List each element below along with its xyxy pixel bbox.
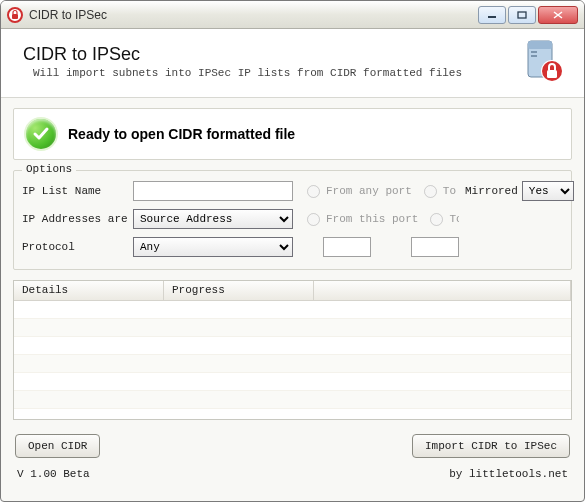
status-message: Ready to open CIDR formatted file (68, 126, 295, 142)
version-label: V 1.00 Beta (17, 468, 90, 480)
svg-rect-7 (531, 55, 537, 57)
status-bar: Ready to open CIDR formatted file (13, 108, 572, 160)
window-title: CIDR to IPSec (29, 8, 478, 22)
app-window: CIDR to IPSec CIDR to IPSec Will import … (0, 0, 585, 502)
table-row (14, 391, 571, 409)
ip-addresses-select[interactable]: Source Address (133, 209, 293, 229)
ip-list-name-label: IP List Name (22, 185, 127, 197)
table-row (14, 355, 571, 373)
table-row (14, 319, 571, 337)
page-title: CIDR to IPSec (23, 44, 520, 65)
svg-rect-10 (547, 70, 557, 78)
author-label: by littletools.net (449, 468, 568, 480)
app-icon (7, 7, 23, 23)
titlebar[interactable]: CIDR to IPSec (1, 1, 584, 29)
server-lock-icon (520, 37, 568, 85)
table-row (14, 301, 571, 319)
svg-rect-5 (528, 41, 552, 49)
protocol-label: Protocol (22, 241, 127, 253)
options-group: Options IP List Name From any port To an… (13, 170, 572, 270)
results-table: Details Progress (13, 280, 572, 420)
to-any-port-radio[interactable] (424, 185, 437, 198)
col-blank (314, 281, 571, 300)
svg-rect-2 (488, 16, 496, 18)
svg-rect-3 (518, 12, 526, 18)
ip-list-name-input[interactable] (133, 181, 293, 201)
table-header: Details Progress (14, 281, 571, 301)
header: CIDR to IPSec Will import subnets into I… (1, 29, 584, 98)
close-button[interactable] (538, 6, 578, 24)
to-port-input[interactable] (411, 237, 459, 257)
import-button[interactable]: Import CIDR to IPSec (412, 434, 570, 458)
port-mode-row2: From this port To this port (299, 213, 459, 226)
table-body (14, 301, 571, 419)
col-details[interactable]: Details (14, 281, 164, 300)
from-port-input[interactable] (323, 237, 371, 257)
footer: V 1.00 Beta by littletools.net (1, 466, 584, 486)
table-row (14, 373, 571, 391)
port-mode-row1: From any port To any port (299, 185, 459, 198)
window-controls (478, 6, 578, 24)
table-row (14, 337, 571, 355)
svg-rect-6 (531, 51, 537, 53)
open-cidr-button[interactable]: Open CIDR (15, 434, 100, 458)
ip-addresses-label: IP Addresses are (22, 213, 127, 225)
col-progress[interactable]: Progress (164, 281, 314, 300)
port-inputs (299, 237, 459, 257)
from-this-port-radio[interactable] (307, 213, 320, 226)
check-icon (24, 117, 58, 151)
mirrored-label: Mirrored (465, 185, 518, 197)
mirrored-select[interactable]: Yes (522, 181, 574, 201)
protocol-select[interactable]: Any (133, 237, 293, 257)
to-this-port-radio[interactable] (430, 213, 443, 226)
page-subtitle: Will import subnets into IPSec IP lists … (23, 67, 520, 79)
from-any-port-radio[interactable] (307, 185, 320, 198)
minimize-button[interactable] (478, 6, 506, 24)
options-legend: Options (22, 163, 76, 175)
button-row: Open CIDR Import CIDR to IPSec (1, 426, 584, 466)
maximize-button[interactable] (508, 6, 536, 24)
svg-rect-1 (12, 14, 18, 19)
